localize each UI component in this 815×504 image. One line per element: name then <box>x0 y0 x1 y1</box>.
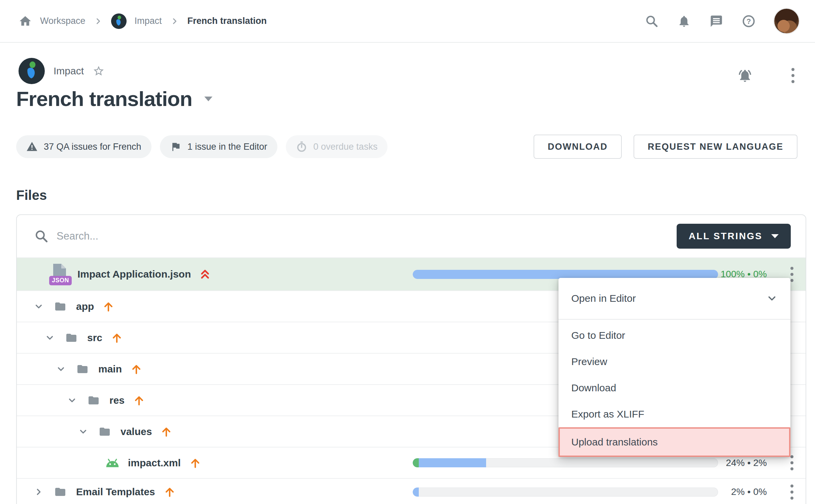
folder-name: Email Templates <box>76 486 155 498</box>
search-input[interactable] <box>57 230 677 242</box>
menu-item-preview[interactable]: Preview <box>558 349 790 375</box>
page-title: French translation <box>16 87 192 111</box>
editor-issues-chip[interactable]: 1 issue in the Editor <box>160 135 277 158</box>
progress-stats: 2% • 0% <box>689 487 767 497</box>
file-context-menu: Open in Editor Go to Editor Preview Down… <box>558 278 790 457</box>
status-chips: 37 QA issues for French 1 issue in the E… <box>16 135 387 158</box>
upload-arrow-icon[interactable] <box>164 486 175 498</box>
project-kebab-menu-icon[interactable] <box>789 66 796 85</box>
folder-icon <box>64 332 78 344</box>
upload-arrow-icon[interactable] <box>161 426 172 437</box>
project-header-actions <box>738 66 796 85</box>
folder-icon <box>98 426 112 438</box>
page-title-row: French translation <box>16 87 212 111</box>
chevron-down-icon[interactable] <box>204 97 212 101</box>
menu-item-export-xliff[interactable]: Export as XLIFF <box>558 401 790 427</box>
files-search-row: ALL STRINGS <box>17 215 806 257</box>
android-icon <box>105 458 120 468</box>
menu-open-in-editor[interactable]: Open in Editor <box>558 278 790 320</box>
file-name: impact.xml <box>128 457 181 469</box>
avatar[interactable] <box>774 9 799 33</box>
top-bar: Workspace Impact French translation <box>0 0 815 43</box>
chevron-right-icon[interactable] <box>34 487 44 497</box>
breadcrumb-project[interactable]: Impact <box>135 16 162 26</box>
home-icon[interactable] <box>19 14 32 28</box>
chevron-down-icon[interactable] <box>56 364 66 374</box>
folder-name: res <box>109 395 125 406</box>
upload-arrow-icon[interactable] <box>190 457 201 469</box>
topbar-actions <box>645 9 799 33</box>
menu-items: Go to Editor Preview Download Export as … <box>558 320 790 457</box>
project-logo <box>19 58 45 84</box>
upload-arrow-icon[interactable] <box>133 395 145 406</box>
folder-name: src <box>87 332 102 344</box>
breadcrumb: Workspace Impact French translation <box>19 13 267 29</box>
chevron-down-icon <box>766 293 778 304</box>
warning-icon <box>26 141 38 152</box>
notifications-bell-icon[interactable] <box>677 14 691 28</box>
timer-icon <box>296 141 307 152</box>
chevron-right-icon <box>94 16 103 26</box>
download-button[interactable]: DOWNLOAD <box>534 135 622 159</box>
row-kebab-menu-icon[interactable] <box>788 482 795 502</box>
upload-arrow-icon[interactable] <box>111 332 123 344</box>
chevron-down-icon[interactable] <box>34 301 44 312</box>
page: Workspace Impact French translation Impa… <box>0 0 815 504</box>
chevron-down-icon[interactable] <box>45 333 55 343</box>
breadcrumb-workspace[interactable]: Workspace <box>40 16 86 26</box>
qa-issues-label: 37 QA issues for French <box>44 142 141 152</box>
progress-bar <box>413 270 718 279</box>
breadcrumb-current: French translation <box>188 16 267 26</box>
chevron-down-icon[interactable] <box>78 427 88 437</box>
progress-bar <box>413 458 718 467</box>
overdue-tasks-chip: 0 overdue tasks <box>286 135 388 158</box>
progress-stats: 24% • 2% <box>689 458 767 468</box>
menu-item-go-to-editor[interactable]: Go to Editor <box>558 322 790 349</box>
chat-icon[interactable] <box>710 14 723 28</box>
upload-arrow-icon[interactable] <box>131 363 142 375</box>
upload-arrow-icon[interactable] <box>103 301 114 312</box>
high-priority-icon <box>200 268 210 280</box>
folder-icon <box>87 394 101 406</box>
star-icon[interactable] <box>93 65 105 77</box>
json-file-icon: JSON <box>49 263 70 285</box>
chevron-down-icon[interactable] <box>67 395 77 405</box>
folder-icon <box>53 486 67 498</box>
progress-bar <box>413 488 718 497</box>
editor-issues-label: 1 issue in the Editor <box>188 142 267 152</box>
files-heading: Files <box>16 188 47 203</box>
search-icon <box>34 229 48 243</box>
overdue-tasks-label: 0 overdue tasks <box>313 142 378 152</box>
menu-item-download[interactable]: Download <box>558 375 790 401</box>
notifications-active-icon[interactable] <box>738 68 752 83</box>
menu-item-upload-translations[interactable]: Upload translations <box>558 427 790 457</box>
chevron-right-icon <box>170 16 179 26</box>
project-name[interactable]: Impact <box>54 65 84 77</box>
file-name: Impact Application.json <box>77 268 191 280</box>
project-logo <box>111 13 127 29</box>
qa-issues-chip[interactable]: 37 QA issues for French <box>16 135 151 158</box>
folder-icon <box>53 300 67 313</box>
folder-name: values <box>121 426 152 437</box>
flag-icon <box>170 141 181 152</box>
folder-row-email-templates[interactable]: Email Templates 2% • 0% <box>17 478 806 504</box>
folder-name: app <box>76 301 94 312</box>
chevron-down-icon <box>771 234 779 238</box>
json-badge: JSON <box>49 276 72 285</box>
project-header: Impact <box>19 58 105 84</box>
search-icon[interactable] <box>645 14 658 28</box>
help-icon[interactable] <box>742 14 755 28</box>
header-buttons: DOWNLOAD REQUEST NEW LANGUAGE <box>534 135 797 159</box>
request-new-language-button[interactable]: REQUEST NEW LANGUAGE <box>634 135 797 159</box>
folder-name: main <box>98 363 122 375</box>
folder-icon <box>75 363 90 375</box>
all-strings-filter-button[interactable]: ALL STRINGS <box>677 224 791 249</box>
